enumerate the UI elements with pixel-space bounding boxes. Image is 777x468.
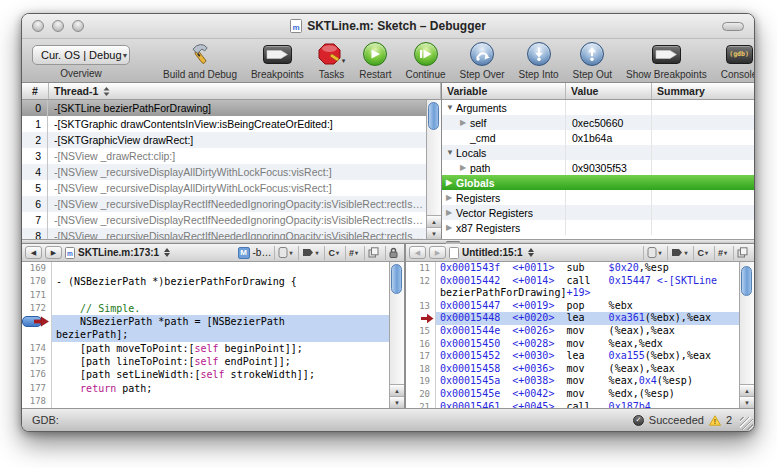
overview-popup[interactable]: Cur. OS | Debug ▼ bbox=[32, 45, 130, 65]
file-location-popup[interactable]: Untitled:15:1 bbox=[462, 247, 523, 258]
bookmarks-button[interactable]: #▾ bbox=[714, 246, 730, 260]
stack-frame-row[interactable]: 6-[NSView _recursiveDisplayRectIfNeededI… bbox=[22, 196, 426, 212]
toolbar-toggle-button[interactable] bbox=[722, 22, 744, 31]
close-button[interactable] bbox=[32, 20, 44, 32]
stack-frame-row[interactable]: 8-[NSView _recursiveDisplayRectIfNeededI… bbox=[22, 228, 426, 239]
counterpart-files-button[interactable] bbox=[733, 246, 751, 260]
file-location-popup[interactable]: SKTLine.m:173:1 bbox=[78, 247, 159, 258]
line-number-gutter[interactable]: 169 bbox=[22, 262, 52, 275]
disclosure-triangle-icon[interactable]: ▼ bbox=[446, 103, 456, 112]
line-stepper[interactable] bbox=[164, 248, 170, 257]
code-text[interactable]: 0x00015452 <+0030> lea 0xa155(%ebx),%eax bbox=[436, 350, 739, 363]
stack-frame-row[interactable]: 7-[NSView _recursiveDisplayRectIfNeededI… bbox=[22, 212, 426, 228]
current-instruction-icon[interactable] bbox=[406, 312, 436, 325]
title-bar[interactable]: m SKTLine.m: Sketch – Debugger bbox=[22, 14, 754, 39]
line-number-gutter[interactable]: 17 bbox=[406, 350, 436, 363]
minimize-button[interactable] bbox=[52, 20, 64, 32]
line-number-gutter[interactable]: 12 bbox=[406, 275, 436, 288]
line-number-gutter[interactable]: 15 bbox=[406, 325, 436, 338]
stack-frame-row[interactable]: 5-[NSView _recursiveDisplayAllDirtyWithL… bbox=[22, 180, 426, 196]
variable-row[interactable]: ▶path0x90305f53 bbox=[442, 160, 754, 175]
line-number-gutter[interactable]: 177 bbox=[22, 382, 52, 395]
horizontal-splitter[interactable] bbox=[22, 239, 754, 244]
code-text[interactable]: // Simple. bbox=[52, 302, 389, 315]
disclosure-triangle-icon[interactable]: ▼ bbox=[446, 148, 456, 157]
variable-row[interactable]: _cmd0x1b64a bbox=[442, 130, 754, 145]
stack-frame-row[interactable]: 4-[NSView _recursiveDisplayAllDirtyWithL… bbox=[22, 164, 426, 180]
scroll-up-button[interactable]: ▲ bbox=[390, 384, 404, 396]
scroll-down-button[interactable]: ▼ bbox=[740, 396, 754, 408]
scroll-down-button[interactable]: ▼ bbox=[427, 227, 441, 239]
line-number-gutter[interactable]: 171 bbox=[22, 289, 52, 302]
bookmarks-button[interactable]: #▾ bbox=[345, 246, 361, 260]
disclosure-triangle-icon[interactable]: ▶ bbox=[446, 193, 456, 202]
breakpoint-current-line-icon[interactable] bbox=[22, 315, 52, 328]
toolbar-button-restart[interactable]: Restart bbox=[352, 41, 398, 80]
forward-button[interactable]: ▶ bbox=[45, 246, 62, 259]
code-text[interactable]: 0x00015458 <+0036> mov (%eax),%eax bbox=[436, 363, 739, 376]
toolbar-button-step-into[interactable]: Step Into bbox=[512, 41, 566, 80]
line-number-gutter[interactable]: 174 bbox=[22, 342, 52, 355]
stack-frame-row[interactable]: 2-[SKTGraphicView drawRect:] bbox=[22, 132, 426, 148]
code-text[interactable] bbox=[52, 262, 389, 275]
line-number-gutter[interactable]: 178 bbox=[22, 395, 52, 408]
line-number-gutter[interactable]: 19 bbox=[406, 375, 436, 388]
code-text[interactable]: [path setLineWidth:[self strokeWidth]]; bbox=[52, 368, 389, 381]
line-number-gutter[interactable]: 170 bbox=[22, 275, 52, 288]
scroll-down-button[interactable]: ▼ bbox=[390, 396, 404, 408]
back-button[interactable]: ◀ bbox=[409, 246, 426, 259]
line-number-gutter[interactable]: 21 bbox=[406, 401, 436, 408]
counterpart-button[interactable]: ▾ bbox=[274, 246, 295, 260]
line-number-gutter[interactable] bbox=[22, 328, 52, 341]
back-button[interactable]: ◀ bbox=[25, 246, 42, 259]
stack-frame-row[interactable]: 1-[SKTGraphic drawContentsInView:isBeing… bbox=[22, 116, 426, 132]
code-text[interactable]: bezierPathForDrawing]+19> bbox=[436, 287, 739, 300]
code-text[interactable]: 0x00015450 <+0028> mov %eax,%edx bbox=[436, 338, 739, 351]
forward-button[interactable]: ▶ bbox=[429, 246, 446, 259]
breakpoints-menu-button[interactable]: ▾ bbox=[298, 246, 321, 260]
source-scrollbar[interactable]: ▲ ▼ bbox=[389, 262, 404, 408]
code-text[interactable]: 0x00015448 <+0020> lea 0xa361(%ebx),%eax bbox=[436, 312, 739, 325]
disclosure-triangle-icon[interactable]: ▶ bbox=[446, 208, 456, 217]
code-text[interactable] bbox=[52, 395, 389, 408]
line-number-gutter[interactable]: 16 bbox=[406, 338, 436, 351]
scrollbar-thumb[interactable] bbox=[741, 266, 752, 296]
line-number-gutter[interactable]: 11 bbox=[406, 262, 436, 275]
line-stepper[interactable] bbox=[528, 248, 534, 257]
code-text[interactable]: 0x00015447 <+0019> pop %ebx bbox=[436, 300, 739, 313]
counterpart-files-button[interactable] bbox=[364, 246, 382, 260]
toolbar-button-step-over[interactable]: Step Over bbox=[453, 41, 512, 80]
breakpoints-menu-button[interactable]: ▾ bbox=[667, 246, 690, 260]
code-text[interactable]: [path moveToPoint:[self beginPoint]]; bbox=[52, 342, 389, 355]
resize-grip[interactable] bbox=[740, 417, 753, 430]
thread-list-scrollbar[interactable]: ▲ ▼ bbox=[426, 100, 441, 239]
line-number-gutter[interactable]: 176 bbox=[22, 368, 52, 381]
toolbar-button-continue[interactable]: Continue bbox=[399, 41, 453, 80]
warning-count[interactable]: 2 bbox=[726, 414, 732, 426]
code-text[interactable]: [path lineToPoint:[self endPoint]]; bbox=[52, 355, 389, 368]
class-browser-button[interactable]: C▾ bbox=[324, 246, 342, 260]
toolbar-button-step-out[interactable]: Step Out bbox=[566, 41, 619, 80]
source-code-area[interactable]: 169170- (NSBezierPath *)bezierPathForDra… bbox=[22, 262, 389, 408]
zoom-button[interactable] bbox=[72, 20, 84, 32]
toolbar-button-show-breakpoints[interactable]: Show Breakpoints bbox=[619, 41, 714, 80]
disclosure-triangle-icon[interactable]: ▶ bbox=[460, 163, 470, 172]
splitter-grip[interactable] bbox=[446, 241, 460, 244]
code-text[interactable]: bezierPath]; bbox=[52, 328, 389, 341]
code-text[interactable]: return path; bbox=[52, 382, 389, 395]
disclosure-triangle-icon[interactable]: ▶ bbox=[446, 223, 456, 232]
line-number-gutter[interactable]: 172 bbox=[22, 302, 52, 315]
code-text[interactable]: 0x00015442 <+0014> call 0x15447 <-[SKTLi… bbox=[436, 275, 739, 288]
variable-row[interactable]: ▶Registers bbox=[442, 190, 754, 205]
thread-column-header[interactable]: Thread-1 bbox=[49, 83, 441, 99]
code-text[interactable]: 0x00015461 <+0045> call 0x187b4 bbox=[436, 401, 739, 408]
toolbar-button-tasks[interactable]: ▾Tasks bbox=[311, 41, 353, 80]
variable-row[interactable]: ▶self0xec50660 bbox=[442, 115, 754, 130]
code-text[interactable]: 0x0001543f <+0011> sub $0x20,%esp bbox=[436, 262, 739, 275]
scroll-up-button[interactable]: ▲ bbox=[740, 384, 754, 396]
variable-row[interactable]: ▶Globals bbox=[442, 175, 754, 190]
function-popup[interactable]: -b… bbox=[253, 247, 272, 258]
variable-row[interactable]: ▶x87 Registers bbox=[442, 220, 754, 235]
toolbar-button-build-and-debug[interactable]: Build and Debug bbox=[156, 41, 244, 80]
stack-frame-row[interactable]: 3-[NSView _drawRect:clip:] bbox=[22, 148, 426, 164]
